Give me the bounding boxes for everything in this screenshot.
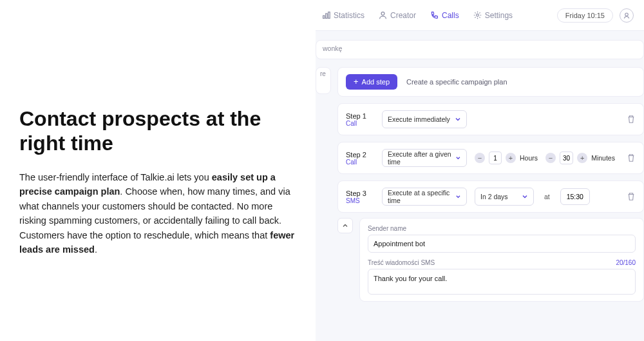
campaign-steps-column: + Add step Create a specific campaign pl…: [337, 67, 644, 302]
increment-button[interactable]: +: [577, 153, 587, 163]
hours-stepper: − 1 + Hours: [475, 151, 538, 164]
svg-rect-0: [323, 15, 325, 18]
step-kind: Call: [346, 159, 374, 166]
step-kind: SMS: [346, 197, 374, 204]
svg-rect-1: [326, 14, 327, 18]
increment-button[interactable]: +: [506, 153, 516, 163]
at-label: at: [544, 193, 550, 200]
chevron-down-icon: [455, 155, 461, 161]
datetime-pill[interactable]: Friday 10:15: [557, 8, 613, 23]
sms-message-label: Treść wiadomości SMS: [368, 259, 435, 266]
sender-name-input[interactable]: [368, 235, 636, 253]
svg-rect-2: [328, 12, 330, 19]
timing-select[interactable]: Execute immediately: [382, 110, 467, 128]
tab-settings[interactable]: Settings: [472, 8, 514, 23]
minutes-label: Minutes: [591, 154, 615, 162]
step-kind: Call: [346, 120, 374, 127]
tab-creator[interactable]: Creator: [377, 8, 417, 23]
add-step-hint: Create a specific campaign plan: [406, 78, 507, 86]
phone-icon: [430, 11, 439, 19]
svg-point-5: [625, 13, 629, 16]
collapse-button[interactable]: [337, 218, 353, 233]
trash-icon[interactable]: [627, 192, 636, 201]
person-icon: [379, 11, 387, 19]
chevron-up-icon: [342, 222, 348, 229]
minutes-value[interactable]: 30: [560, 151, 573, 164]
add-step-card: + Add step Create a specific campaign pl…: [337, 67, 644, 97]
sms-message-input[interactable]: Thank you for your call.: [368, 269, 636, 295]
top-bar: Statistics Creator Calls Settings Friday…: [316, 0, 644, 31]
chevron-down-icon: [455, 116, 461, 122]
page-description: The user-friendly interface of Talkie.ai…: [19, 170, 299, 257]
decrement-button[interactable]: −: [475, 153, 485, 163]
step-title: Step 3: [346, 190, 374, 197]
step-title: Step 1: [346, 112, 374, 120]
step-row: Step 2 Call Execute after a given time −…: [337, 142, 644, 174]
decrement-button[interactable]: −: [545, 153, 556, 163]
truncated-panel-left: re: [316, 67, 331, 94]
minutes-stepper: − 30 + Minutes: [545, 151, 615, 164]
gear-icon: [473, 11, 482, 19]
user-avatar[interactable]: [620, 8, 634, 23]
svg-point-3: [381, 12, 384, 15]
char-counter: 20/160: [616, 259, 636, 266]
step-title: Step 2: [346, 151, 374, 159]
sms-detail-expander: Sender name Treść wiadomości SMS 20/160 …: [337, 218, 644, 302]
page-heading: Contact prospects at the right time: [19, 106, 299, 156]
timing-select[interactable]: Execute at a specific time: [382, 188, 467, 206]
hours-value[interactable]: 1: [489, 151, 502, 164]
trash-icon[interactable]: [627, 153, 636, 162]
step-row: Step 3 SMS Execute at a specific time In…: [337, 180, 644, 213]
sms-detail-panel: Sender name Treść wiadomości SMS 20/160 …: [359, 218, 644, 302]
chevron-down-icon: [522, 193, 528, 200]
truncated-panel-top: wonkę: [316, 40, 644, 59]
when-select[interactable]: In 2 days: [475, 188, 534, 206]
chevron-down-icon: [455, 193, 461, 200]
time-input[interactable]: 15:30: [560, 188, 590, 205]
chart-icon: [322, 11, 330, 19]
tab-statistics[interactable]: Statistics: [321, 8, 366, 23]
hours-label: Hours: [520, 154, 538, 162]
sender-name-label: Sender name: [368, 225, 636, 232]
user-icon: [623, 12, 630, 19]
timing-select[interactable]: Execute after a given time: [382, 149, 467, 167]
step-row: Step 1 Call Execute immediately: [337, 103, 644, 135]
trash-icon[interactable]: [627, 115, 636, 124]
add-step-button[interactable]: + Add step: [346, 74, 397, 90]
tab-calls[interactable]: Calls: [429, 8, 460, 23]
svg-point-4: [476, 14, 478, 17]
